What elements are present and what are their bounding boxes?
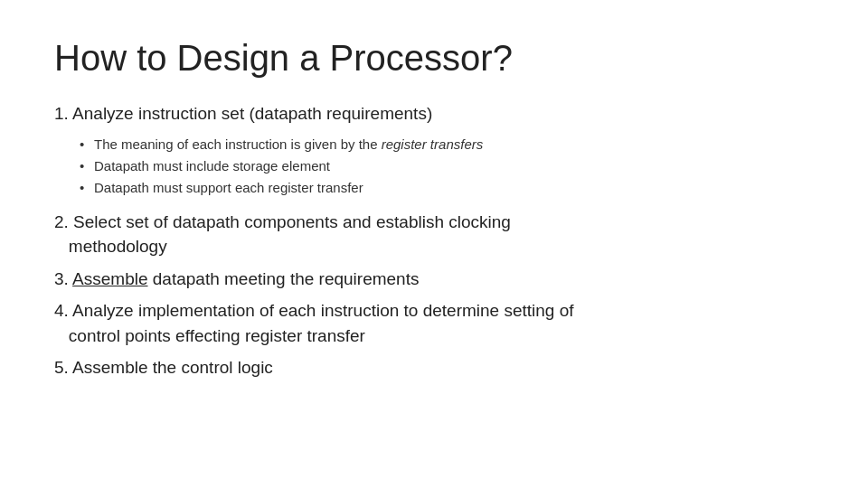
step-2: 2. Select set of datapath components and…: [54, 210, 814, 259]
step-3-prefix: 3.: [54, 269, 72, 288]
bullet-1: The meaning of each instruction is given…: [80, 134, 814, 155]
step-3-suffix: datapath meeting the requirements: [148, 269, 420, 288]
bullet-3-text: Datapath must support each register tran…: [94, 180, 363, 195]
slide: How to Design a Processor? 1. Analyze in…: [0, 0, 868, 488]
step-1-bullets: The meaning of each instruction is given…: [54, 134, 814, 199]
slide-title: How to Design a Processor?: [54, 36, 814, 80]
slide-content: 1. Analyze instruction set (datapath req…: [54, 101, 814, 382]
bullet-2-text: Datapath must include storage element: [94, 158, 330, 174]
step-3: 3. Assemble datapath meeting the require…: [54, 267, 814, 292]
bullet-3: Datapath must support each register tran…: [80, 177, 814, 199]
step-1-heading: 1. Analyze instruction set (datapath req…: [54, 101, 814, 127]
step-3-underline: Assemble: [72, 269, 147, 288]
bullet-2: Datapath must include storage element: [80, 155, 814, 177]
bullet-1-italic: register transfers: [382, 136, 484, 152]
step-5: 5. Assemble the control logic: [54, 355, 814, 380]
bullet-1-text: The meaning of each instruction is given…: [94, 136, 483, 152]
step-4: 4. Analyze implementation of each instru…: [54, 298, 814, 348]
